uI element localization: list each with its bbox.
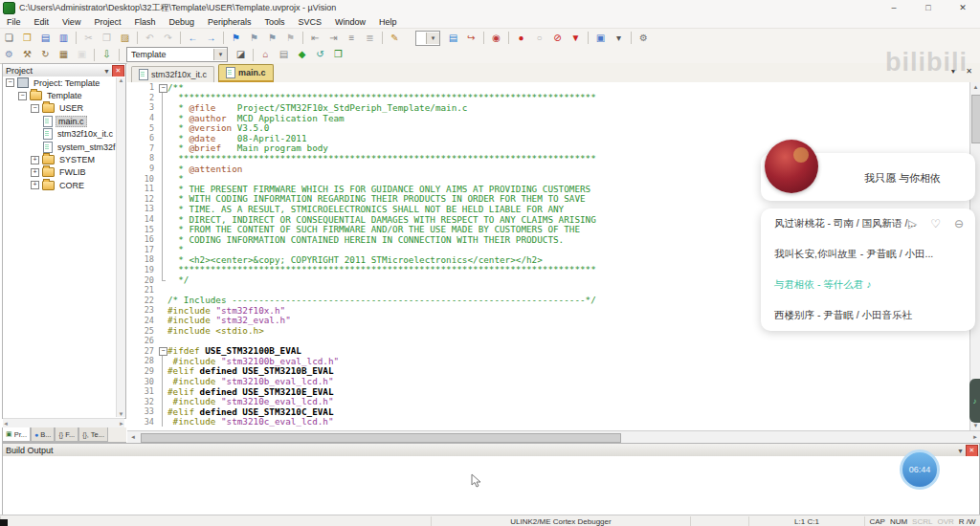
code-line[interactable]: 28 #include "stm32100b_eval_lcd.h" <box>127 356 969 366</box>
expand-icon[interactable]: + <box>31 168 39 177</box>
indent-icon[interactable]: ⇥ <box>325 31 342 45</box>
pin-icon[interactable]: ▼ <box>103 68 110 75</box>
playlist-item[interactable]: 与君相依 - 等什么君 ♪ <box>761 270 975 300</box>
build-output-content[interactable] <box>2 456 980 515</box>
tree-item-project-template[interactable]: −Project: Template <box>3 77 125 89</box>
editor-hscrollbar[interactable]: ◄ ► <box>127 430 980 443</box>
editor-tab-stm32f10x-it-c[interactable]: stm32f10x_it.c <box>131 66 214 82</box>
find-combobox[interactable]: ▾ <box>415 31 440 46</box>
pin-icon[interactable]: ▼ <box>957 448 964 454</box>
breakpoint-kill-icon[interactable]: ▼ <box>568 31 584 45</box>
templates-tab[interactable]: {},Te... <box>78 427 108 442</box>
fold-collapse-icon[interactable] <box>158 82 167 93</box>
code-line[interactable]: 29#elif defined USE_STM3210B_EVAL <box>127 366 969 377</box>
collapse-icon[interactable]: − <box>31 104 39 113</box>
tree-item-system-stm32f1[interactable]: system_stm32f1 <box>3 141 125 153</box>
translate-icon[interactable]: ⚙ <box>1 48 17 62</box>
code-line[interactable]: 30 #include "stm3210b_eval_lcd.h" <box>127 376 969 386</box>
rebuild-icon[interactable]: ↻ <box>37 48 54 62</box>
save-all-icon[interactable]: ▥ <box>56 31 72 45</box>
bookmark-next-icon[interactable]: ⚑ <box>264 31 280 45</box>
scroll-up-icon[interactable]: ▲ <box>970 82 980 92</box>
playlist-item[interactable]: 西楼别序 - 尹昔眠 / 小田音乐社 <box>761 300 975 331</box>
breakpoint-toggle-icon[interactable]: ● <box>513 31 529 45</box>
editor-tab-main-c[interactable]: main.c <box>218 64 274 82</box>
project-panel-close-icon[interactable]: ✕ <box>112 65 124 77</box>
expand-icon[interactable]: + <box>31 181 39 189</box>
wrench-icon[interactable]: ⚙ <box>635 31 652 45</box>
menu-project[interactable]: Project <box>87 17 127 27</box>
search-icon[interactable]: ◉ <box>488 31 504 45</box>
project-hscrollbar[interactable]: ◄ ► <box>3 418 124 427</box>
tree-item-template[interactable]: −Template <box>3 89 125 101</box>
project-vscrollbar[interactable]: ▲ ▼ <box>116 77 125 417</box>
unindent-icon[interactable]: ⇤ <box>307 31 323 45</box>
menu-help[interactable]: Help <box>372 17 404 27</box>
close-button[interactable]: ✕ <box>946 0 980 15</box>
collapse-icon[interactable]: − <box>6 78 14 87</box>
code-line[interactable]: 4 * @author MCD Application Team <box>127 113 969 123</box>
hscroll-thumb[interactable] <box>141 433 621 443</box>
menu-tools[interactable]: Tools <box>257 17 291 27</box>
tree-item-core[interactable]: +CORE <box>3 179 125 191</box>
tree-item-main-c[interactable]: main.c <box>3 115 125 127</box>
minimize-button[interactable]: – <box>877 0 911 15</box>
more-icon[interactable]: ⊖ <box>954 217 964 230</box>
revert-icon[interactable]: ↺ <box>312 48 328 62</box>
flash-download-icon[interactable]: ◪ <box>233 48 249 62</box>
code-line[interactable]: 7 * @brief Main program body <box>127 143 969 154</box>
scroll-down-icon[interactable]: ▼ <box>119 411 124 417</box>
scroll-left-icon[interactable]: ◄ <box>130 434 136 440</box>
code-line[interactable]: 34 #include "stm3210c_eval_lcd.h" <box>127 417 969 427</box>
tab-list-dropdown-icon[interactable]: ▾ <box>951 67 955 76</box>
tree-item-fwlib[interactable]: +FWLIB <box>3 166 125 179</box>
tree-item-stm32f10x-it-c[interactable]: stm32f10x_it.c <box>3 128 125 141</box>
menu-edit[interactable]: Edit <box>28 17 56 27</box>
like-icon[interactable]: ♡ <box>930 217 941 230</box>
vscroll-thumb[interactable] <box>971 95 980 143</box>
uncomment-icon[interactable]: ≣ <box>362 31 378 45</box>
menu-flash[interactable]: Flash <box>127 17 162 27</box>
bookmark-prev-icon[interactable]: ⚑ <box>246 31 262 45</box>
scroll-right-icon[interactable]: ► <box>119 421 124 427</box>
tree-item-system[interactable]: +SYSTEM <box>3 153 125 165</box>
code-line[interactable]: 5 * @version V3.5.0 <box>127 122 969 133</box>
code-line[interactable]: 2 **************************************… <box>127 93 969 103</box>
code-line[interactable]: 27#ifdef USE_STM32100B_EVAL <box>127 345 969 356</box>
new-file-icon[interactable]: ❏ <box>1 31 17 45</box>
code-line[interactable]: 1/** <box>127 82 969 93</box>
navigate-forward-icon[interactable]: → <box>203 31 219 45</box>
build-output-close-icon[interactable]: ✕ <box>966 445 978 457</box>
scroll-right-icon[interactable]: ► <box>972 434 978 440</box>
scroll-left-icon[interactable]: ◄ <box>3 421 9 427</box>
target-combobox[interactable]: Template ▾ <box>126 47 228 62</box>
tree-item-user[interactable]: −USER <box>3 102 125 115</box>
find-in-files-icon[interactable]: ▤ <box>445 31 461 45</box>
file-extensions-icon[interactable]: ▤ <box>276 48 292 62</box>
breakpoint-disable-icon[interactable]: ⊘ <box>549 31 566 45</box>
code-line[interactable]: 26 <box>127 336 969 346</box>
paste-icon[interactable]: ▨ <box>117 31 133 45</box>
comment-icon[interactable]: ≡ <box>344 31 360 45</box>
configuration-icon[interactable]: ✎ <box>387 31 403 45</box>
music-widget-handle[interactable]: ♪ <box>969 379 980 423</box>
menu-peripherals[interactable]: Peripherals <box>201 17 258 27</box>
menu-file[interactable]: File <box>0 17 28 27</box>
scroll-up-icon[interactable]: ▲ <box>119 77 124 83</box>
functions-tab[interactable]: {}F... <box>55 427 78 442</box>
code-line[interactable]: 32 #include "stm3210e_eval_lcd.h" <box>127 396 969 406</box>
maximize-button[interactable]: □ <box>911 0 946 15</box>
pack-installer-icon[interactable]: ❒ <box>330 48 346 62</box>
bookmark-clear-icon[interactable]: ⚑ <box>282 31 299 45</box>
target-options-icon[interactable]: ⌂ <box>257 48 274 62</box>
playlist-item[interactable]: 我叫长安,你叫故里 - 尹昔眠 / 小田... <box>761 239 975 270</box>
window-layout-icon[interactable]: ▣ <box>592 31 609 45</box>
playlist-item[interactable]: 风过谢桃花 - 司南 / 国风新语 /...▷♡⊖ <box>761 208 975 239</box>
find-dropdown-icon[interactable]: ▾ <box>426 33 439 44</box>
build-icon[interactable]: ⚒ <box>19 48 35 62</box>
code-line[interactable]: 31#elif defined USE_STM3210E_EVAL <box>127 386 969 397</box>
code-line[interactable]: 6 * @date 08-April-2011 <box>127 133 969 143</box>
menu-svcs[interactable]: SVCS <box>292 17 329 27</box>
menu-view[interactable]: View <box>56 17 87 27</box>
incremental-find-icon[interactable]: ↪ <box>463 31 479 45</box>
